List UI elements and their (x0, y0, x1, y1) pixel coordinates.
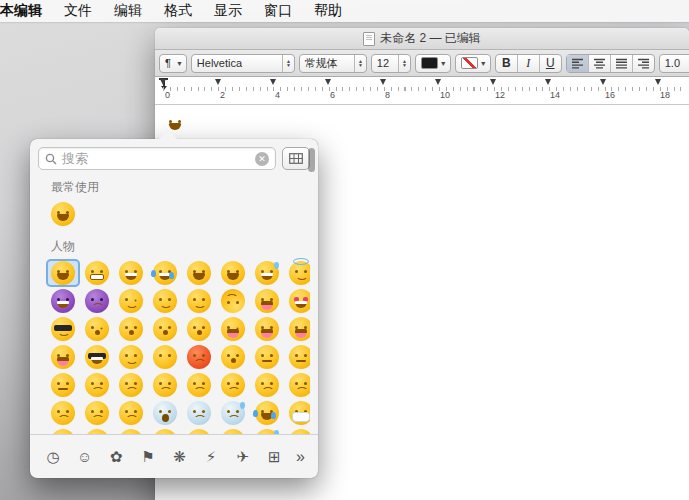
font-family-dropdown[interactable]: Helvetica ▲▼ (191, 54, 295, 73)
emoji-cell[interactable] (80, 259, 114, 287)
emoji-cell[interactable] (114, 427, 148, 434)
emoji-cell[interactable] (114, 371, 148, 399)
emoji-cell[interactable] (284, 427, 310, 434)
tab-stop-marker[interactable] (600, 79, 606, 85)
menu-item-0[interactable]: 文本编辑 (0, 2, 53, 20)
tab-stop-marker[interactable] (435, 79, 441, 85)
emoji-cell[interactable] (46, 200, 80, 228)
emoji-cell[interactable] (250, 287, 284, 315)
emoji-cell[interactable] (250, 315, 284, 343)
emoji-cell[interactable] (182, 427, 216, 434)
emoji-cell[interactable] (216, 371, 250, 399)
emoji-cell[interactable] (216, 427, 250, 434)
emoji-cell[interactable] (46, 371, 80, 399)
align-left-button[interactable] (567, 55, 589, 72)
emoji-cell[interactable] (148, 427, 182, 434)
emoji-cell[interactable] (182, 399, 216, 427)
scrollbar-thumb[interactable] (308, 148, 315, 172)
emoji-cell[interactable] (250, 399, 284, 427)
tab-stop-marker[interactable] (490, 79, 496, 85)
emoji-cell[interactable] (216, 399, 250, 427)
bold-button[interactable]: B (496, 55, 518, 72)
menu-item-5[interactable]: 窗口 (253, 2, 303, 20)
menu-item-3[interactable]: 格式 (153, 2, 203, 20)
people-category-icon[interactable]: ☺ (75, 448, 95, 465)
celebration-category-icon[interactable]: ❋ (170, 448, 190, 466)
emoji-cell[interactable] (46, 427, 80, 434)
menu-item-2[interactable]: 编辑 (103, 2, 153, 20)
emoji-cell[interactable] (80, 343, 114, 371)
expand-character-viewer-button[interactable] (282, 147, 310, 170)
emoji-cell[interactable] (284, 371, 310, 399)
tab-stop-marker[interactable] (325, 79, 331, 85)
emoji-scroll-area[interactable]: 最常使用 人物 (38, 170, 310, 434)
flags-category-icon[interactable]: ⚑ (138, 448, 158, 466)
emoji-cell[interactable] (182, 343, 216, 371)
emoji-cell[interactable] (216, 315, 250, 343)
emoji-cell[interactable] (114, 315, 148, 343)
emoji-cell[interactable] (250, 371, 284, 399)
nature-category-icon[interactable]: ✿ (106, 448, 126, 466)
emoji-cell[interactable] (284, 259, 310, 287)
align-right-button[interactable] (633, 55, 654, 72)
ruler[interactable]: 024681012141618 (155, 77, 689, 105)
paragraph-style-dropdown[interactable]: ¶▼ (159, 54, 187, 73)
tab-stop-marker[interactable] (215, 79, 221, 85)
tab-stop-marker[interactable] (160, 79, 166, 85)
recents-category-icon[interactable]: ◷ (43, 448, 63, 466)
tab-stop-marker[interactable] (270, 79, 276, 85)
emoji-cell[interactable] (80, 315, 114, 343)
emoji-cell[interactable] (46, 287, 80, 315)
emoji-cell[interactable] (216, 259, 250, 287)
emoji-cell[interactable] (80, 287, 114, 315)
background-color-well[interactable]: ▼ (455, 54, 491, 73)
emoji-cell[interactable] (46, 399, 80, 427)
emoji-cell[interactable] (148, 287, 182, 315)
emoji-cell[interactable] (80, 371, 114, 399)
emoji-cell[interactable] (148, 343, 182, 371)
tab-stop-marker[interactable] (655, 79, 661, 85)
emoji-cell[interactable] (46, 259, 80, 287)
emoji-cell[interactable] (216, 287, 250, 315)
menu-item-1[interactable]: 文件 (53, 2, 103, 20)
activity-category-icon[interactable]: ⚡ (201, 448, 221, 466)
more-categories-button[interactable]: » (296, 448, 305, 466)
emoji-cell[interactable] (284, 315, 310, 343)
emoji-cell[interactable] (80, 427, 114, 434)
symbols-category-icon[interactable]: ⊞ (264, 448, 284, 466)
emoji-cell[interactable] (46, 315, 80, 343)
align-center-button[interactable] (589, 55, 611, 72)
tab-stop-marker[interactable] (380, 79, 386, 85)
emoji-cell[interactable] (250, 427, 284, 434)
emoji-cell[interactable] (182, 371, 216, 399)
menu-item-4[interactable]: 显示 (203, 2, 253, 20)
emoji-cell[interactable] (114, 343, 148, 371)
emoji-cell[interactable] (182, 315, 216, 343)
emoji-cell[interactable] (284, 287, 310, 315)
tab-stop-marker[interactable] (545, 79, 551, 85)
emoji-cell[interactable] (250, 343, 284, 371)
emoji-cell[interactable] (148, 315, 182, 343)
emoji-cell[interactable] (148, 259, 182, 287)
italic-button[interactable]: I (518, 55, 540, 72)
emoji-cell[interactable] (182, 287, 216, 315)
emoji-cell[interactable] (114, 287, 148, 315)
text-color-well[interactable]: ▼ (415, 54, 451, 73)
underline-button[interactable]: U (540, 55, 561, 72)
emoji-cell[interactable] (148, 399, 182, 427)
emoji-cell[interactable] (46, 343, 80, 371)
search-field[interactable]: 搜索 ✕ (38, 147, 276, 170)
emoji-cell[interactable] (114, 259, 148, 287)
clear-search-button[interactable]: ✕ (255, 152, 269, 166)
emoji-cell[interactable] (284, 343, 310, 371)
emoji-cell[interactable] (216, 343, 250, 371)
title-bar[interactable]: 未命名 2 — 已编辑 (155, 28, 689, 50)
emoji-cell[interactable] (148, 371, 182, 399)
font-style-dropdown[interactable]: 常规体 ▲▼ (299, 54, 367, 73)
emoji-cell[interactable] (114, 399, 148, 427)
align-justify-button[interactable] (611, 55, 633, 72)
emoji-cell[interactable] (284, 399, 310, 427)
emoji-cell[interactable] (80, 399, 114, 427)
line-spacing-dropdown[interactable]: 1.0 ▲▼ (659, 54, 689, 73)
font-size-dropdown[interactable]: 12 ▲▼ (371, 54, 411, 73)
